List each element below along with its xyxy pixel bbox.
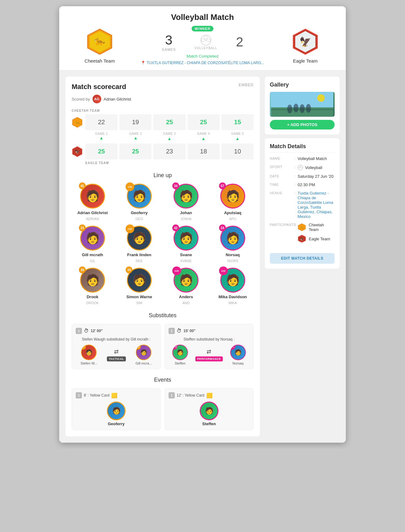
teams-row: 🐆 Cheetah Team WINNER 3 GAMES [72,26,333,65]
venue-text: TUXTLA GUTIERREZ - CHIAPA DE CORZOSATÉLI… [147,61,264,65]
player-12-number: 232 [219,266,228,275]
detail-participants-label: PARTICIPANTS [270,223,292,246]
sub-2-player-out: 343 🧑 Steffen [172,345,188,365]
game-label-1: GAME 1 ▼ [85,132,117,141]
detail-name-label: NAME [270,156,292,161]
player-1-code: ADRIAN [86,217,99,221]
svg-point-15 [287,105,292,113]
substitutes-section: Substitutes 1 ⏱ 12' 00" Stefen Waugh sub… [72,312,254,369]
scorer-avatar: AG [93,95,101,103]
event-2-avatar: 🧑 [200,402,218,420]
match-details-card: Match Details NAME : Volleyball Match SP… [265,138,340,269]
player-card-2: 🧑 236 Geoferry GEO [118,184,160,221]
sub-1-out-name: Stefen W... [81,361,98,365]
match-header: Volleyball Match 🐆 Cheetah Team WINNER [59,6,346,70]
player-card-6: 🧑 222 Frank linden REE [118,226,160,263]
sub-2-in-avatar: 24 🧑 [230,345,246,360]
cheetah-score-5: 15 [222,114,254,130]
sport-mini-volleyball-icon [298,165,303,170]
player-card-1: 🧑 45 Adrian Gilchrist ADRIAN [72,184,113,221]
eagle-participant-name: Eagle Team [309,237,330,241]
venue-detail-link[interactable]: Tuxtla Gutierrez - Chiapa de CorzoSatéli… [298,191,333,219]
events-section: Events 1 8' : Yellow Card 🟨 🧑 Geoferry [72,377,254,430]
player-2-avatar-wrap: 🧑 236 [127,184,152,209]
detail-venue-value[interactable]: Tuxtla Gutierrez - Chiapa de CorzoSatéli… [298,191,335,219]
cheetah-icon-sm: 🐆 [72,117,83,128]
player-12-avatar-wrap: 🧑 232 [220,268,245,293]
detail-time-value: 02:30 PM [298,182,335,187]
venue-link[interactable]: 📍 TUXTLA GUTIERREZ - CHIAPA DE CORZOSATÉ… [141,61,264,65]
score-table: CHEETAH TEAM 🐆 22 19 25 25 15 [72,109,254,165]
player-1-number: 45 [79,182,86,189]
player-9-name: Drook [87,294,98,299]
sub-1-type-badge: TACTICAL [107,356,126,361]
gallery-card: Gallery + ADD PHOTOS [265,77,340,134]
game-label-2: GAME 2 ▼ [119,132,151,141]
player-4-number: 67 [219,182,226,189]
sub-1-game-badge: 1 [76,328,82,334]
scorecard-title: Match scorecard [72,83,126,91]
player-3-avatar-wrap: 🧑 34 [174,184,198,209]
cheetah-score-1: 22 [85,114,117,130]
detail-participants: PARTICIPANTS : 🐆 Cheetah Team [270,223,335,246]
detail-time: TIME : 02:30 PM [270,182,335,187]
event-card-1: 1 8' : Yellow Card 🟨 🧑 Geoferry [72,388,161,430]
events-cards-row: 1 8' : Yellow Card 🟨 🧑 Geoferry 1 [72,388,254,430]
player-10-name: Simon Warne [126,294,152,299]
eagle-score-cells: 25 25 23 18 10 [85,144,254,159]
winner-badge: WINNER [192,26,214,31]
svg-text:🐆: 🐆 [75,120,80,125]
game-label-3: GAME 3 ▲ [153,132,185,141]
player-11-number: 245 [172,266,181,275]
match-status: Match Completed [187,54,218,59]
player-1-avatar-wrap: 🧑 45 [80,184,105,209]
add-photos-button[interactable]: + ADD PHOTOS [270,120,335,129]
embed-link[interactable]: EMBED [239,83,254,87]
cheetah-hex: 🐆 [86,28,114,56]
left-team: 🐆 Cheetah Team [72,28,128,64]
detail-name: NAME : Volleyball Match [270,156,335,161]
cheetah-score-4: 25 [188,114,220,130]
cheetah-score-2: 19 [119,114,151,130]
player-7-name: Svane [180,252,192,257]
participant-eagle: 🦅 Eagle Team [298,234,335,243]
sub-cards-row: 1 ⏱ 12' 00" Stefen Waugh substituted by … [72,324,254,369]
right-score: 2 [236,35,243,49]
left-score: 3 [162,33,176,48]
game-5-label: GAME 5 [231,132,244,135]
player-8-code: NIORS [227,259,238,263]
event-2-player-name: Steffen [202,421,216,426]
eagle-team-name: Eagle Team [293,58,318,64]
eagle-score-5: 10 [222,144,254,159]
game-label-4: GAME 4 ▲ [188,132,220,141]
eagle-score-row: 🦅 25 25 23 18 10 [72,144,254,159]
eagle-score-4: 18 [188,144,220,159]
player-4-name: Aputsiaq [224,210,241,215]
match-title: Volleyball Match [72,12,333,22]
player-10-number: 34 [126,266,132,273]
sub-2-out-avatar: 343 🧑 [172,345,188,360]
detail-participants-value: 🐆 Cheetah Team 🦅 Eagle Team [298,223,335,246]
player-5-avatar-wrap: 🧑 23 [80,226,105,251]
player-6-code: REE [136,259,143,263]
eagle-hex: 🦅 [291,28,319,56]
sub-1-players: 67 🧑 Stefen W... ⇄ TACTICAL [76,345,157,365]
event-1-header: 1 8' : Yellow Card 🟨 [76,392,157,398]
sub-1-in-name: Gill mcra... [136,361,152,365]
player-10-code: SIM [136,301,142,305]
player-card-12: 🧑 232 Mika Davidson MIKA [212,268,254,305]
scorer-name: Adrian Gilchrist [104,97,131,101]
game-label-5: GAME 5 ▲ [222,132,254,141]
cheetah-participant-name: Cheetah Team [309,223,335,232]
scored-by-row: Scored by AG Adrian Gilchrist [72,95,254,103]
player-7-number: 42 [172,224,179,231]
detail-time-label: TIME [270,182,292,187]
sub-1-player-out: 67 🧑 Stefen W... [81,345,98,365]
edit-match-details-button[interactable]: EDIT MATCH DETAILS [270,253,335,264]
substitute-arrows-icon-1: ⇄ [114,348,119,355]
player-10-avatar-wrap: 🧑 34 [127,268,152,293]
games-label: GAMES [162,48,176,51]
scored-by-label: Scored by [72,97,90,101]
event-1-avatar: 🧑 [107,402,126,420]
player-3-number: 34 [172,182,179,189]
